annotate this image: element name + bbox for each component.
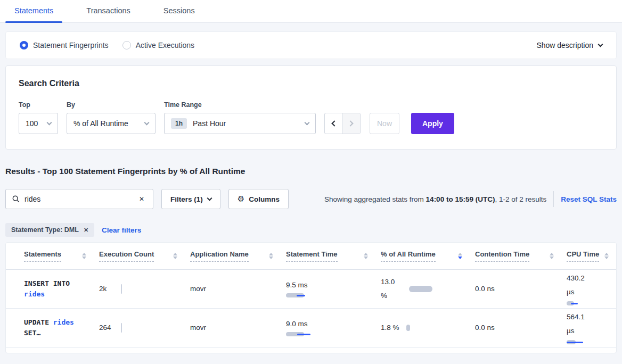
filter-chip-statement-type[interactable]: Statement Type: DML ✕ <box>5 223 94 237</box>
column-header-application-name[interactable]: Application Name <box>185 243 281 269</box>
column-header-cpu-time[interactable]: CPU Time <box>561 243 616 269</box>
next-time-range-button[interactable] <box>342 113 360 134</box>
statement-link[interactable]: rides <box>24 290 45 298</box>
vertical-divider <box>553 191 554 207</box>
radio-statement-fingerprints[interactable]: Statement Fingerprints <box>20 41 109 49</box>
by-label: By <box>67 101 156 109</box>
cpu-time-cell: 430.2 µs <box>561 269 616 308</box>
chevron-down-icon <box>47 120 52 126</box>
application-name-cell: movr <box>185 308 281 347</box>
search-input[interactable] <box>24 195 137 203</box>
metric-bar <box>286 332 368 337</box>
radio-selected-icon[interactable] <box>20 41 28 49</box>
cpu-time-cell: 564.1 µs <box>561 308 616 347</box>
show-description-toggle[interactable]: Show description <box>536 41 602 49</box>
statement-cell: INSERT INTO rides <box>6 269 94 308</box>
metric-bar <box>286 293 368 298</box>
statement-link[interactable]: rides <box>53 318 74 326</box>
search-icon <box>12 195 20 203</box>
statements-table: Statements Execution Count Application N… <box>6 243 616 348</box>
remove-filter-icon[interactable]: ✕ <box>84 227 88 234</box>
clear-search-icon[interactable]: ✕ <box>137 194 146 204</box>
view-mode-bar: Statement Fingerprints Active Executions… <box>5 31 617 59</box>
column-header-contention-time[interactable]: Contention Time <box>470 243 561 269</box>
reset-sql-stats-link[interactable]: Reset SQL Stats <box>561 195 617 203</box>
column-header-statement-time[interactable]: Statement Time <box>281 243 375 269</box>
table-header-row: Statements Execution Count Application N… <box>6 243 616 269</box>
contention-time-cell: 0.0 ns <box>470 308 561 347</box>
search-criteria-title: Search Criteria <box>19 79 603 88</box>
contention-time-cell: 0.0 ns <box>470 269 561 308</box>
tab-transactions[interactable]: Transactions <box>77 0 139 22</box>
now-button[interactable]: Now <box>370 113 399 134</box>
statement-cell: UPDATE rides SET… <box>6 308 94 347</box>
radio-label: Active Executions <box>136 41 195 49</box>
statement-time-cell: 9.0 ms <box>281 308 375 347</box>
top-label: Top <box>19 101 58 109</box>
time-range-label: Time Range <box>164 101 316 109</box>
column-header-statements[interactable]: Statements <box>6 243 94 269</box>
runtime-pct-cell: 13.0 % <box>375 269 470 308</box>
metric-bar <box>409 286 432 292</box>
sort-icon[interactable] <box>550 253 554 259</box>
table-body: INSERT INTO rides 2k movr 9.5 ms 13.0 % … <box>6 269 616 347</box>
search-criteria-card: Search Criteria Top 100 By % of All Runt… <box>5 65 617 150</box>
tab-bar: Statements Transactions Sessions <box>0 0 622 23</box>
chevron-left-icon <box>331 120 337 126</box>
gear-icon: ⚙ <box>238 194 244 204</box>
statement-row[interactable]: INSERT INTO rides 2k movr 9.5 ms 13.0 % … <box>6 269 616 308</box>
results-toolbar: ✕ Filters (1) ⚙ Columns Showing aggregat… <box>5 189 617 209</box>
statement-row[interactable]: UPDATE rides SET… 264 movr 9.0 ms 1.8 % … <box>6 308 616 347</box>
column-header-execution-count[interactable]: Execution Count <box>94 243 185 269</box>
sort-icon[interactable] <box>173 253 177 259</box>
column-header-of-all-runtime[interactable]: % of All Runtime <box>375 243 470 269</box>
sort-icon[interactable] <box>604 253 609 259</box>
metric-bar <box>567 301 609 306</box>
metric-bar <box>567 340 609 345</box>
columns-button[interactable]: ⚙ Columns <box>228 189 289 209</box>
filters-button[interactable]: Filters (1) <box>161 189 220 209</box>
statement-time-cell: 9.5 ms <box>281 269 375 308</box>
tab-sessions[interactable]: Sessions <box>154 0 204 22</box>
previous-time-range-button[interactable] <box>325 113 342 134</box>
metric-bar <box>406 325 410 331</box>
radio-active-executions[interactable]: Active Executions <box>122 41 195 49</box>
chevron-down-icon <box>305 120 310 126</box>
sort-icon[interactable] <box>458 253 462 259</box>
sort-icon[interactable] <box>364 253 368 259</box>
time-range-arrows <box>324 113 361 134</box>
tab-statements[interactable]: Statements <box>5 0 62 22</box>
execution-count-cell: 264 <box>94 308 185 347</box>
stats-period: 14:00 to 15:59 (UTC) <box>426 195 495 203</box>
by-select[interactable]: % of All Runtime <box>67 113 156 134</box>
time-range-badge: 1h <box>171 118 187 129</box>
count-bar <box>121 284 122 294</box>
sort-icon[interactable] <box>82 253 86 259</box>
chevron-right-icon <box>347 120 353 126</box>
execution-count-cell: 2k <box>94 269 185 308</box>
search-box[interactable]: ✕ <box>5 189 153 209</box>
radio-unselected-icon[interactable] <box>122 41 131 49</box>
chevron-down-icon <box>144 120 150 126</box>
stats-summary: Showing aggregated stats from 14:00 to 1… <box>324 195 546 203</box>
application-name-cell: movr <box>185 269 281 308</box>
active-filters-row: Statement Type: DML ✕ Clear filters <box>5 223 617 237</box>
chevron-down-icon <box>207 196 212 201</box>
top-select[interactable]: 100 <box>19 113 58 134</box>
chevron-down-icon <box>598 42 603 47</box>
sort-icon[interactable] <box>269 253 273 259</box>
count-bar <box>121 323 122 333</box>
apply-button[interactable]: Apply <box>411 113 454 134</box>
sql-activity-page: Statements Transactions Sessions Stateme… <box>0 0 622 364</box>
runtime-pct-cell: 1.8 % <box>375 308 470 347</box>
clear-filters-link[interactable]: Clear filters <box>102 226 141 234</box>
statements-table-card: Statements Execution Count Application N… <box>5 242 617 353</box>
results-heading: Results - Top 100 Statement Fingerprints… <box>5 167 617 176</box>
time-range-select[interactable]: 1h Past Hour <box>164 113 316 134</box>
radio-label: Statement Fingerprints <box>33 41 109 49</box>
